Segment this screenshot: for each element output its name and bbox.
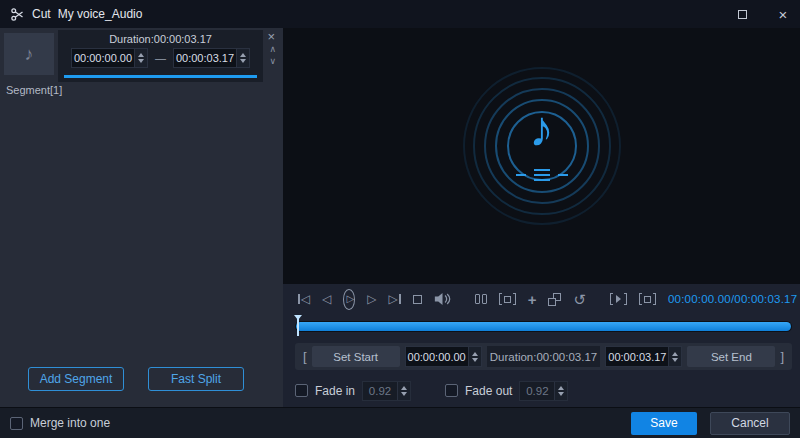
skip-end-icon: ▷ [388, 293, 397, 305]
next-frame-button[interactable]: ▷ [367, 293, 376, 305]
timeline-selection[interactable] [296, 322, 791, 331]
segment-end-stepper[interactable] [236, 49, 249, 67]
stepper-up-icon [240, 53, 246, 57]
trim-start-stepper[interactable] [468, 347, 481, 366]
fade-in-checkbox[interactable] [295, 384, 308, 397]
stepper-down-icon [401, 392, 407, 396]
stepper-up-icon [401, 386, 407, 390]
play-clip-icon [616, 295, 621, 303]
play-clip-button[interactable] [610, 293, 627, 305]
add-segment-button[interactable]: Add Segment [28, 367, 124, 391]
stepper-down-icon [138, 59, 144, 63]
fade-in-label: Fade in [315, 384, 355, 398]
reset-button[interactable]: ↺ [573, 292, 586, 307]
playback-toolbar: ◁ ◁ ▷ ▷ ▷ [283, 284, 800, 314]
remove-segment-button[interactable]: × [267, 29, 275, 44]
previous-frame-button[interactable]: ◁ [322, 293, 331, 305]
split-button[interactable] [475, 294, 487, 304]
fade-in-stepper[interactable] [397, 382, 410, 400]
audio-preview: ♪ [283, 28, 800, 284]
range-separator: — [155, 52, 166, 64]
move-segment-down-button[interactable]: ∨ [269, 56, 276, 66]
fade-out-stepper[interactable] [554, 382, 567, 400]
scissors-icon [10, 7, 25, 22]
bracket-right-icon [624, 293, 627, 305]
previous-icon: ◁ [322, 293, 331, 305]
fade-out-input[interactable] [520, 385, 554, 397]
move-segment-up-button[interactable]: ∧ [269, 44, 276, 54]
cut-audio-dialog: Cut My voice_Audio × ♪ Duration:00:00:03… [0, 0, 800, 438]
trim-controls-row: [ Set Start Duration:00:00:03.17 [283, 339, 800, 374]
segment-progress-bar [64, 75, 257, 78]
set-end-button[interactable]: Set End [687, 346, 775, 367]
fade-controls-row: Fade in Fade out [283, 374, 800, 407]
add-segment-toolbar-button[interactable]: + [528, 292, 537, 307]
window-title: Cut [32, 7, 51, 21]
split-icon [475, 294, 480, 304]
fade-in-input[interactable] [363, 385, 397, 397]
file-name: My voice_Audio [58, 7, 143, 21]
playhead-line-icon [297, 318, 299, 336]
segment-start-input[interactable] [72, 52, 134, 64]
segment-start-field [71, 48, 148, 68]
set-start-button[interactable]: Set Start [312, 346, 400, 367]
bracket-right-icon [653, 293, 656, 305]
copy-icon [548, 293, 561, 306]
plus-icon: + [528, 292, 537, 307]
close-icon: × [779, 6, 788, 23]
equalizer-dash-icon [558, 174, 568, 176]
trim-start-input[interactable] [406, 351, 468, 363]
bracket-left-icon [499, 293, 502, 305]
segment-end-input[interactable] [174, 52, 236, 64]
maximize-icon [738, 10, 747, 19]
trim-start-field [405, 346, 482, 367]
skip-to-end-button[interactable]: ▷ [388, 293, 400, 305]
end-bracket: ] [780, 349, 784, 364]
playback-time: 00:00:00.00/00:00:03.17 [668, 293, 797, 305]
segment-thumbnail[interactable]: ♪ [4, 33, 54, 75]
close-button[interactable]: × [766, 0, 800, 28]
stepper-down-icon [672, 358, 678, 362]
segment-name: Segment[1] [6, 84, 62, 96]
stepper-up-icon [472, 352, 478, 356]
maximize-button[interactable] [725, 0, 759, 28]
timeline [283, 314, 800, 339]
stop-clip-button[interactable] [639, 293, 656, 305]
segment-end-field [173, 48, 250, 68]
bracket-left-icon [639, 293, 642, 305]
trim-strip: [ Set Start Duration:00:00:03.17 [295, 343, 792, 370]
fast-split-button[interactable]: Fast Split [148, 367, 244, 391]
bar-icon [298, 294, 300, 304]
skip-to-start-button[interactable]: ◁ [298, 293, 310, 305]
stop-button[interactable] [413, 295, 422, 304]
copy-segment-button[interactable] [548, 293, 561, 306]
duration-label: Duration:00:00:03.17 [487, 346, 601, 367]
stepper-up-icon [138, 53, 144, 57]
playhead[interactable] [293, 314, 303, 339]
snapshot-icon [504, 296, 511, 303]
segment-start-stepper[interactable] [134, 49, 147, 67]
bracket-left-icon [610, 293, 613, 305]
stepper-down-icon [240, 59, 246, 63]
timeline-track[interactable] [295, 321, 792, 332]
cancel-button[interactable]: Cancel [710, 412, 790, 435]
footer-bar: Merge into one Save Cancel [0, 407, 800, 438]
fade-out-checkbox[interactable] [445, 384, 458, 397]
save-button[interactable]: Save [631, 412, 697, 435]
merge-checkbox[interactable] [10, 417, 23, 430]
preview-panel: ♪ ◁ ◁ ▷ ▷ ▷ [283, 28, 800, 407]
equalizer-dash-icon [516, 174, 526, 176]
segment-editor-card: Duration:00:00:03.17 — [58, 30, 263, 82]
start-bracket: [ [303, 349, 307, 364]
segments-panel: ♪ Duration:00:00:03.17 — [0, 28, 283, 407]
merge-label: Merge into one [30, 416, 110, 430]
trim-end-input[interactable] [606, 351, 668, 363]
snapshot-button[interactable] [499, 293, 516, 305]
volume-button[interactable] [434, 292, 451, 306]
segment-time-range: — [58, 48, 263, 68]
stepper-down-icon [472, 358, 478, 362]
play-button[interactable]: ▷ [343, 289, 355, 310]
play-icon: ▷ [346, 294, 354, 304]
stop-icon [413, 295, 422, 304]
trim-end-stepper[interactable] [668, 347, 681, 366]
